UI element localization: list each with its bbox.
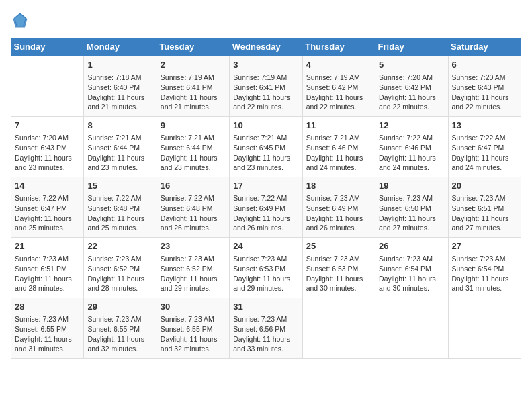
calendar-cell: 8Sunrise: 7:21 AMSunset: 6:44 PMDaylight… xyxy=(84,117,157,177)
header-cell-saturday: Saturday xyxy=(448,38,521,56)
cell-sun-info: Sunrise: 7:21 AMSunset: 6:44 PMDaylight:… xyxy=(161,133,226,173)
day-number: 2 xyxy=(161,59,226,71)
cell-sun-info: Sunrise: 7:23 AMSunset: 6:52 PMDaylight:… xyxy=(161,254,226,293)
calendar-week-2: 7Sunrise: 7:20 AMSunset: 6:43 PMDaylight… xyxy=(11,117,521,177)
header-cell-friday: Friday xyxy=(375,38,448,56)
cell-sun-info: Sunrise: 7:19 AMSunset: 6:41 PMDaylight:… xyxy=(233,73,298,112)
calendar-table: SundayMondayTuesdayWednesdayThursdayFrid… xyxy=(11,38,521,359)
calendar-cell: 1Sunrise: 7:18 AMSunset: 6:40 PMDaylight… xyxy=(84,56,157,117)
calendar-cell xyxy=(11,56,84,117)
calendar-cell: 7Sunrise: 7:20 AMSunset: 6:43 PMDaylight… xyxy=(11,117,84,177)
calendar-week-3: 14Sunrise: 7:22 AMSunset: 6:47 PMDayligh… xyxy=(11,177,521,238)
cell-sun-info: Sunrise: 7:22 AMSunset: 6:47 PMDaylight:… xyxy=(452,133,517,173)
day-number: 12 xyxy=(379,120,444,132)
day-number: 31 xyxy=(233,301,298,313)
header-cell-thursday: Thursday xyxy=(302,38,375,56)
calendar-week-5: 28Sunrise: 7:23 AMSunset: 6:55 PMDayligh… xyxy=(11,298,521,359)
day-number: 8 xyxy=(87,120,152,132)
calendar-cell: 18Sunrise: 7:23 AMSunset: 6:49 PMDayligh… xyxy=(302,177,375,238)
cell-sun-info: Sunrise: 7:22 AMSunset: 6:47 PMDaylight:… xyxy=(15,193,80,233)
calendar-header: SundayMondayTuesdayWednesdayThursdayFrid… xyxy=(11,38,521,56)
calendar-cell: 31Sunrise: 7:23 AMSunset: 6:56 PMDayligh… xyxy=(230,298,302,359)
calendar-cell: 16Sunrise: 7:22 AMSunset: 6:48 PMDayligh… xyxy=(157,177,229,238)
cell-sun-info: Sunrise: 7:22 AMSunset: 6:49 PMDaylight:… xyxy=(233,193,298,233)
calendar-cell: 15Sunrise: 7:22 AMSunset: 6:48 PMDayligh… xyxy=(84,177,157,238)
cell-sun-info: Sunrise: 7:20 AMSunset: 6:43 PMDaylight:… xyxy=(15,133,80,173)
day-number: 3 xyxy=(233,59,298,71)
day-number: 15 xyxy=(87,180,152,192)
cell-sun-info: Sunrise: 7:23 AMSunset: 6:55 PMDaylight:… xyxy=(161,314,226,354)
day-number: 6 xyxy=(452,59,517,71)
header-cell-tuesday: Tuesday xyxy=(157,38,229,56)
cell-sun-info: Sunrise: 7:19 AMSunset: 6:41 PMDaylight:… xyxy=(161,73,226,112)
calendar-cell: 17Sunrise: 7:22 AMSunset: 6:49 PMDayligh… xyxy=(230,177,302,238)
day-number: 14 xyxy=(15,180,80,192)
day-number: 16 xyxy=(161,180,226,192)
calendar-body: 1Sunrise: 7:18 AMSunset: 6:40 PMDaylight… xyxy=(11,56,521,359)
day-number: 25 xyxy=(306,240,371,253)
header-row: SundayMondayTuesdayWednesdayThursdayFrid… xyxy=(11,38,521,56)
day-number: 19 xyxy=(379,180,444,192)
cell-sun-info: Sunrise: 7:20 AMSunset: 6:43 PMDaylight:… xyxy=(452,73,517,112)
cell-sun-info: Sunrise: 7:23 AMSunset: 6:49 PMDaylight:… xyxy=(306,193,371,233)
header-cell-wednesday: Wednesday xyxy=(230,38,302,56)
calendar-cell: 9Sunrise: 7:21 AMSunset: 6:44 PMDaylight… xyxy=(157,117,229,177)
calendar-cell: 25Sunrise: 7:23 AMSunset: 6:53 PMDayligh… xyxy=(302,238,375,298)
logo xyxy=(11,11,32,30)
day-number: 29 xyxy=(87,301,152,313)
calendar-cell: 28Sunrise: 7:23 AMSunset: 6:55 PMDayligh… xyxy=(11,298,84,359)
day-number: 21 xyxy=(15,240,80,253)
calendar-cell: 10Sunrise: 7:21 AMSunset: 6:45 PMDayligh… xyxy=(230,117,302,177)
cell-sun-info: Sunrise: 7:23 AMSunset: 6:52 PMDaylight:… xyxy=(87,254,152,293)
cell-sun-info: Sunrise: 7:22 AMSunset: 6:48 PMDaylight:… xyxy=(161,193,226,233)
day-number: 4 xyxy=(306,59,371,71)
calendar-week-4: 21Sunrise: 7:23 AMSunset: 6:51 PMDayligh… xyxy=(11,238,521,298)
cell-sun-info: Sunrise: 7:23 AMSunset: 6:53 PMDaylight:… xyxy=(306,254,371,293)
calendar-cell: 26Sunrise: 7:23 AMSunset: 6:54 PMDayligh… xyxy=(375,238,448,298)
cell-sun-info: Sunrise: 7:23 AMSunset: 6:54 PMDaylight:… xyxy=(379,254,444,293)
calendar-cell: 2Sunrise: 7:19 AMSunset: 6:41 PMDaylight… xyxy=(157,56,229,117)
calendar-cell: 29Sunrise: 7:23 AMSunset: 6:55 PMDayligh… xyxy=(84,298,157,359)
calendar-cell: 21Sunrise: 7:23 AMSunset: 6:51 PMDayligh… xyxy=(11,238,84,298)
calendar-cell xyxy=(375,298,448,359)
calendar-week-1: 1Sunrise: 7:18 AMSunset: 6:40 PMDaylight… xyxy=(11,56,521,117)
day-number: 11 xyxy=(306,120,371,132)
cell-sun-info: Sunrise: 7:23 AMSunset: 6:51 PMDaylight:… xyxy=(15,254,80,293)
day-number: 27 xyxy=(452,240,517,253)
cell-sun-info: Sunrise: 7:19 AMSunset: 6:42 PMDaylight:… xyxy=(306,73,371,112)
day-number: 1 xyxy=(87,59,152,71)
day-number: 10 xyxy=(233,120,298,132)
calendar-cell: 22Sunrise: 7:23 AMSunset: 6:52 PMDayligh… xyxy=(84,238,157,298)
cell-sun-info: Sunrise: 7:21 AMSunset: 6:45 PMDaylight:… xyxy=(233,133,298,173)
calendar-cell: 20Sunrise: 7:23 AMSunset: 6:51 PMDayligh… xyxy=(448,177,521,238)
calendar-cell: 30Sunrise: 7:23 AMSunset: 6:55 PMDayligh… xyxy=(157,298,229,359)
day-number: 28 xyxy=(15,301,80,313)
calendar-cell: 14Sunrise: 7:22 AMSunset: 6:47 PMDayligh… xyxy=(11,177,84,238)
calendar-cell: 3Sunrise: 7:19 AMSunset: 6:41 PMDaylight… xyxy=(230,56,302,117)
cell-sun-info: Sunrise: 7:23 AMSunset: 6:53 PMDaylight:… xyxy=(233,254,298,293)
cell-sun-info: Sunrise: 7:23 AMSunset: 6:55 PMDaylight:… xyxy=(15,314,80,354)
day-number: 13 xyxy=(452,120,517,132)
logo-icon xyxy=(11,11,30,30)
calendar-cell: 5Sunrise: 7:20 AMSunset: 6:42 PMDaylight… xyxy=(375,56,448,117)
cell-sun-info: Sunrise: 7:21 AMSunset: 6:44 PMDaylight:… xyxy=(87,133,152,173)
calendar-cell: 13Sunrise: 7:22 AMSunset: 6:47 PMDayligh… xyxy=(448,117,521,177)
day-number: 18 xyxy=(306,180,371,192)
calendar-cell: 11Sunrise: 7:21 AMSunset: 6:46 PMDayligh… xyxy=(302,117,375,177)
day-number: 26 xyxy=(379,240,444,253)
cell-sun-info: Sunrise: 7:23 AMSunset: 6:51 PMDaylight:… xyxy=(452,193,517,233)
cell-sun-info: Sunrise: 7:21 AMSunset: 6:46 PMDaylight:… xyxy=(306,133,371,173)
header-cell-sunday: Sunday xyxy=(11,38,84,56)
calendar-cell: 19Sunrise: 7:23 AMSunset: 6:50 PMDayligh… xyxy=(375,177,448,238)
page-header xyxy=(11,11,521,30)
day-number: 9 xyxy=(161,120,226,132)
cell-sun-info: Sunrise: 7:23 AMSunset: 6:55 PMDaylight:… xyxy=(87,314,152,354)
calendar-cell: 12Sunrise: 7:22 AMSunset: 6:46 PMDayligh… xyxy=(375,117,448,177)
day-number: 24 xyxy=(233,240,298,253)
cell-sun-info: Sunrise: 7:20 AMSunset: 6:42 PMDaylight:… xyxy=(379,73,444,112)
day-number: 7 xyxy=(15,120,80,132)
calendar-cell: 27Sunrise: 7:23 AMSunset: 6:54 PMDayligh… xyxy=(448,238,521,298)
day-number: 20 xyxy=(452,180,517,192)
cell-sun-info: Sunrise: 7:22 AMSunset: 6:48 PMDaylight:… xyxy=(87,193,152,233)
cell-sun-info: Sunrise: 7:22 AMSunset: 6:46 PMDaylight:… xyxy=(379,133,444,173)
